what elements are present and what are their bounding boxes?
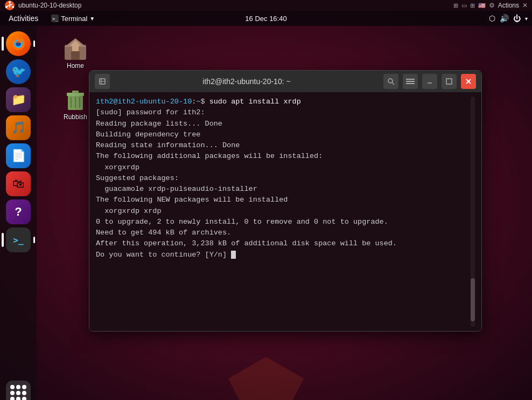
- topbar-icon-1[interactable]: ⊞: [453, 2, 458, 9]
- app-menu-label: Terminal: [61, 15, 87, 23]
- system-titlebar-left: ubuntu-20-10-desktop: [4, 0, 81, 11]
- dock-appstore[interactable]: 🛍: [6, 171, 31, 196]
- topbar-icon-3[interactable]: ⊞: [470, 2, 475, 9]
- system-title: ubuntu-20-10-desktop: [18, 2, 81, 9]
- pin-icon: [99, 78, 106, 85]
- panel-clock[interactable]: 16 Dec 16:40: [245, 15, 286, 23]
- topbar-actions-label[interactable]: Actions: [498, 2, 519, 9]
- app-menu[interactable]: >_ Terminal ▼: [47, 15, 99, 23]
- thunderbird-icon: 🐦: [11, 65, 26, 79]
- topbar-close-icon[interactable]: ✕: [522, 2, 528, 9]
- terminal-menu-button[interactable]: [403, 74, 418, 89]
- svg-text:>_: >_: [52, 16, 58, 22]
- terminal-titlebar: ith2@ith2-ubuntu-20-10: ~: [89, 71, 481, 92]
- dock-libreoffice[interactable]: 📄: [6, 143, 31, 168]
- ubuntu-shape-icon: [185, 357, 347, 400]
- gnome-panel: Activities >_ Terminal ▼ 16 Dec 16:40 ⬡ …: [0, 11, 532, 26]
- dock-thunderbird[interactable]: 🐦: [6, 59, 31, 84]
- panel-right-area: ⬡ 🔊 ⏻ ▾: [489, 14, 532, 23]
- terminal-cursor: [231, 251, 236, 259]
- home-folder-icon: [62, 35, 88, 61]
- svg-point-2: [12, 6, 14, 8]
- svg-point-1: [9, 1, 11, 3]
- terminal-window: ith2@ith2-ubuntu-20-10: ~: [89, 70, 482, 332]
- system-titlebar: ubuntu-20-10-desktop ⊞ ▭ ⊞ 🇺🇸 ⚙ Actions …: [0, 0, 532, 11]
- terminal-body[interactable]: ith2@ith2-ubuntu-20-10:~$ sudo apt insta…: [89, 92, 481, 331]
- trash-svg: [62, 86, 88, 112]
- svg-rect-16: [72, 91, 79, 93]
- files-icon: 📁: [11, 93, 26, 107]
- terminal-scrollbar-thumb: [471, 278, 475, 321]
- dock-help[interactable]: ?: [6, 199, 31, 224]
- terminal-scrollbar[interactable]: [471, 96, 475, 327]
- close-icon: [465, 78, 472, 85]
- desktop-home-icon[interactable]: Home: [54, 35, 97, 70]
- terminal-panel-icon: >_: [51, 15, 59, 22]
- firefox-icon: [11, 36, 26, 51]
- terminal-maximize-button[interactable]: [442, 74, 457, 89]
- maximize-icon: [446, 78, 452, 85]
- minimize-icon: [426, 78, 433, 85]
- desktop: ubuntu-20-10-desktop ⊞ ▭ ⊞ 🇺🇸 ⚙ Actions …: [0, 0, 532, 400]
- app-menu-arrow-icon: ▼: [89, 16, 95, 22]
- rubbish-label: Rubbish: [64, 113, 87, 121]
- terminal-dock-icon: >_: [13, 235, 23, 245]
- dock-show-apps[interactable]: [6, 381, 31, 400]
- rhythmbox-icon: 🎵: [11, 121, 26, 135]
- power-icon[interactable]: ⏻: [513, 14, 521, 23]
- terminal-search-button[interactable]: [383, 74, 398, 89]
- svg-rect-29: [446, 79, 452, 84]
- panel-dropdown-icon[interactable]: ▾: [525, 16, 528, 22]
- help-icon: ?: [15, 205, 22, 219]
- terminal-output: ith2@ith2-ubuntu-20-10:~$ sudo apt insta…: [96, 96, 468, 327]
- topbar-icon-2[interactable]: ▭: [461, 2, 467, 9]
- dock-terminal[interactable]: >_: [6, 227, 31, 252]
- home-folder-svg: [62, 35, 88, 61]
- topbar-gear-icon[interactable]: ⚙: [489, 2, 495, 9]
- terminal-close-button[interactable]: [461, 74, 476, 89]
- terminal-pin-button[interactable]: [95, 74, 110, 89]
- svg-rect-11: [71, 51, 80, 60]
- network-icon[interactable]: ⬡: [489, 14, 495, 23]
- activities-button[interactable]: Activities: [0, 11, 47, 26]
- dock-firefox[interactable]: [6, 31, 31, 56]
- dock-files[interactable]: 📁: [6, 87, 31, 112]
- terminal-minimize-button[interactable]: [422, 74, 437, 89]
- speaker-icon[interactable]: 🔊: [500, 14, 509, 23]
- topbar-icon-4[interactable]: 🇺🇸: [478, 2, 486, 9]
- search-icon: [387, 78, 395, 85]
- desktop-decoration: [185, 357, 347, 400]
- hamburger-icon: [406, 78, 415, 85]
- svg-point-23: [388, 79, 393, 83]
- trash-icon: [62, 86, 88, 112]
- dock: 🐦 📁 🎵 📄 🛍 ? >_: [0, 26, 37, 400]
- svg-line-24: [392, 82, 394, 85]
- appstore-icon: 🛍: [12, 177, 24, 191]
- libreoffice-icon: 📄: [11, 149, 26, 163]
- system-titlebar-right: ⊞ ▭ ⊞ 🇺🇸 ⚙ Actions ✕: [453, 2, 528, 9]
- apps-grid-icon: [10, 385, 26, 400]
- svg-rect-13: [72, 46, 79, 51]
- dock-rhythmbox[interactable]: 🎵: [6, 115, 31, 140]
- ubuntu-logo-icon: [4, 0, 15, 11]
- svg-marker-32: [228, 357, 304, 400]
- home-folder-label: Home: [67, 62, 84, 70]
- terminal-title: ith2@ith2-ubuntu-20-10: ~: [114, 77, 379, 86]
